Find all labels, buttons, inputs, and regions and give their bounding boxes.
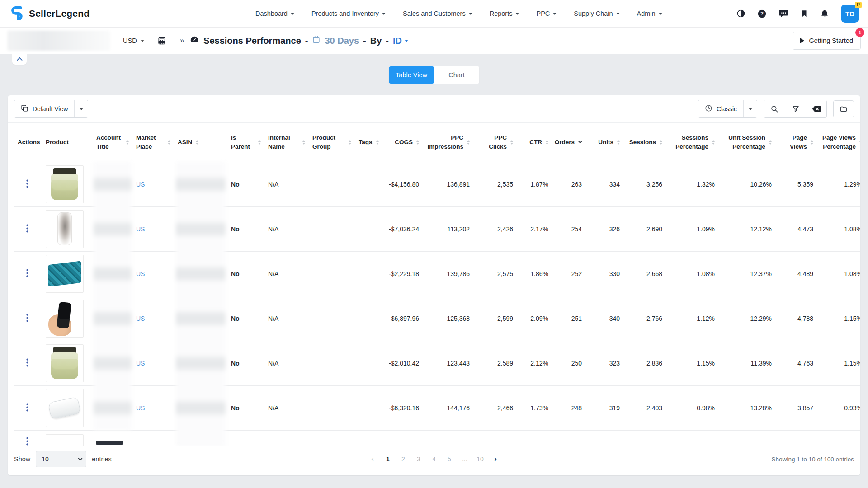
product-image[interactable] xyxy=(46,255,84,293)
product-image[interactable] xyxy=(46,300,84,338)
getting-started-button[interactable]: Getting Started 1 xyxy=(793,32,861,50)
nav-item-products-and-inventory[interactable]: Products and Inventory xyxy=(311,10,386,17)
row-actions-button[interactable] xyxy=(20,266,34,282)
cogs-cell: -$6,320.16 xyxy=(381,385,423,430)
chat-icon[interactable] xyxy=(778,9,788,18)
column-header-sessions-pct[interactable]: Sessions Percentage xyxy=(666,123,718,162)
row-actions-button[interactable] xyxy=(20,177,34,192)
sessions-percentage-cell xyxy=(666,430,718,446)
nav-item-admin[interactable]: Admin xyxy=(637,10,662,17)
orders-cell xyxy=(552,430,585,446)
pagination-page-3[interactable]: 3 xyxy=(412,453,425,465)
column-header-page-views-pct[interactable]: Page Views Percentage xyxy=(817,123,860,162)
marketplace-link[interactable]: US xyxy=(136,181,145,188)
avatar[interactable]: TD P xyxy=(841,5,859,23)
column-header-ctr[interactable]: CTR xyxy=(517,123,552,162)
sessions-percentage-cell: 1.12% xyxy=(666,296,718,341)
calendar-icon xyxy=(312,35,321,46)
pagination-page-4[interactable]: 4 xyxy=(428,453,440,465)
brand[interactable]: SellerLegend xyxy=(9,5,90,22)
default-view-dropdown[interactable] xyxy=(74,100,88,117)
product-image[interactable] xyxy=(46,165,84,203)
column-header-product-group[interactable]: Product Group xyxy=(309,123,355,162)
content-area: Table View Chart Default View xyxy=(0,54,868,475)
classic-dropdown[interactable] xyxy=(743,100,757,117)
marketplace-link[interactable]: US xyxy=(136,404,145,412)
column-header-cogs[interactable]: COGS xyxy=(381,123,423,162)
bell-icon[interactable] xyxy=(820,9,829,19)
search-icon[interactable] xyxy=(764,100,785,117)
row-actions-button[interactable] xyxy=(20,434,34,446)
pagination-next[interactable]: › xyxy=(489,453,502,465)
redacted-text-sliver xyxy=(96,441,123,445)
page-views-percentage-cell xyxy=(817,430,860,446)
folder-icon[interactable] xyxy=(833,100,854,117)
sort-icon xyxy=(168,140,170,145)
pagination-page-5[interactable]: 5 xyxy=(443,453,456,465)
column-header-account-title[interactable]: Account Title xyxy=(93,123,132,162)
filter-icon[interactable] xyxy=(785,100,806,117)
account-selector-redacted[interactable] xyxy=(7,31,110,51)
table-scroll-area: ActionsProductAccount TitleMarket PlaceA… xyxy=(8,123,860,446)
sort-icon xyxy=(467,140,470,145)
row-actions-button[interactable] xyxy=(20,400,34,416)
table-footer: Show 10 entries ‹12345...10› Showing 1 t… xyxy=(8,446,860,475)
tab-table-view[interactable]: Table View xyxy=(389,66,434,84)
collapse-header-tab[interactable] xyxy=(12,54,27,65)
column-header-marketplace[interactable]: Market Place xyxy=(132,123,174,162)
is-parent-cell: No xyxy=(227,206,264,251)
column-header-internal-name[interactable]: Internal Name xyxy=(264,123,309,162)
page-size-select[interactable]: 10 xyxy=(36,451,86,467)
product-image[interactable] xyxy=(46,434,84,446)
currency-selector[interactable]: USD xyxy=(117,31,151,51)
contrast-icon[interactable] xyxy=(736,9,745,18)
column-header-unit-session-pct[interactable]: Unit Session Percentage xyxy=(718,123,775,162)
marketplace-link[interactable]: US xyxy=(136,225,145,233)
period-selector[interactable]: 30 Days xyxy=(325,36,359,46)
ppc-impressions-cell: 144,176 xyxy=(423,385,473,430)
group-by-selector[interactable]: ID xyxy=(393,36,408,46)
bookmark-icon[interactable] xyxy=(800,9,808,18)
nav-item-supply-chain[interactable]: Supply Chain xyxy=(574,10,619,17)
main-nav: DashboardProducts and InventorySales and… xyxy=(255,10,662,17)
sessions-cell: 2,668 xyxy=(623,251,666,296)
default-view-split-button: Default View xyxy=(14,100,88,118)
tab-chart[interactable]: Chart xyxy=(434,66,479,84)
page-views-percentage-cell: 1.08% xyxy=(817,206,860,251)
unit-session-percentage-cell xyxy=(718,430,775,446)
marketplace-link[interactable]: US xyxy=(136,315,145,322)
row-actions-button[interactable] xyxy=(20,311,34,326)
column-header-tags[interactable]: Tags xyxy=(355,123,381,162)
calculator-icon[interactable] xyxy=(151,31,173,51)
marketplace-link[interactable]: US xyxy=(136,360,145,367)
column-header-units[interactable]: Units xyxy=(585,123,623,162)
column-header-orders[interactable]: Orders xyxy=(552,123,585,162)
column-header-is-parent[interactable]: Is Parent xyxy=(227,123,264,162)
product-image[interactable] xyxy=(46,389,84,427)
pagination-page-2[interactable]: 2 xyxy=(397,453,410,465)
pagination-page-10[interactable]: 10 xyxy=(474,453,486,465)
help-icon[interactable]: ? xyxy=(757,9,767,19)
column-header-ppc-impressions[interactable]: PPC Impressions xyxy=(423,123,473,162)
default-view-button[interactable]: Default View xyxy=(14,100,74,117)
show-label: Show xyxy=(14,455,30,463)
product-image[interactable] xyxy=(46,210,84,248)
nav-item-ppc[interactable]: PPC xyxy=(536,10,557,17)
column-header-asin[interactable]: ASIN xyxy=(174,123,227,162)
page-views-percentage-cell: 1.08% xyxy=(817,251,860,296)
product-image[interactable] xyxy=(46,344,84,382)
row-actions-button[interactable] xyxy=(20,221,34,237)
nav-item-reports[interactable]: Reports xyxy=(490,10,519,17)
classic-mode-button[interactable]: Classic xyxy=(698,100,743,117)
nav-item-dashboard[interactable]: Dashboard xyxy=(255,10,294,17)
clear-filters-icon[interactable] xyxy=(806,100,826,117)
nav-item-sales-and-customers[interactable]: Sales and Customers xyxy=(403,10,472,17)
product-group-cell xyxy=(309,251,355,296)
row-actions-button[interactable] xyxy=(20,356,34,371)
column-header-page-views[interactable]: Page Views xyxy=(775,123,817,162)
marketplace-link[interactable]: US xyxy=(136,270,145,277)
column-header-ppc-clicks[interactable]: PPC Clicks xyxy=(473,123,517,162)
pagination-prev[interactable]: ‹ xyxy=(366,453,379,465)
column-header-sessions[interactable]: Sessions xyxy=(623,123,666,162)
pagination-page-1[interactable]: 1 xyxy=(382,453,394,465)
